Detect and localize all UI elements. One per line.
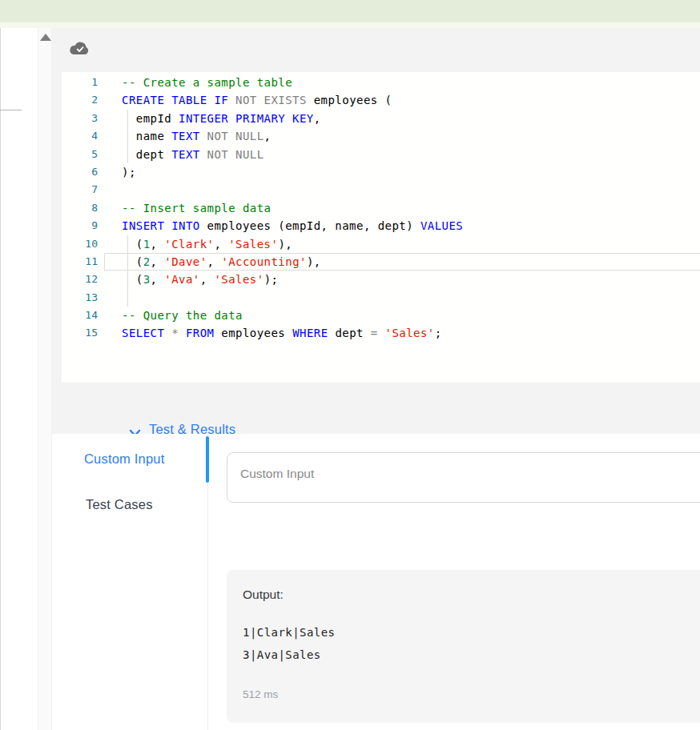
- code-line-text: (1, 'Clark', 'Sales'),: [122, 235, 292, 253]
- output-label: Output:: [243, 588, 284, 602]
- code-line-text: (3, 'Ava', 'Sales');: [122, 271, 278, 288]
- collapse-triangle-icon[interactable]: [40, 34, 51, 41]
- code-line-text: -- Query the data: [122, 307, 243, 324]
- line-number: 8: [62, 199, 98, 217]
- code-line: 2CREATE TABLE IF NOT EXISTS employees (: [62, 91, 700, 109]
- code-line-text: INSERT INTO employees (empId, name, dept…: [122, 217, 463, 235]
- code-line: 10 (1, 'Clark', 'Sales'),: [62, 235, 700, 253]
- autosave-cloud-check-icon: [68, 41, 91, 57]
- runtime-label: 512 ms: [243, 688, 278, 700]
- output-panel: Output: 1|Clark|Sales3|Ava|Sales 512 ms: [227, 570, 700, 723]
- code-line: 4 name TEXT NOT NULL,: [62, 127, 700, 145]
- indent-guide: [127, 110, 128, 163]
- left-panel-divider: [0, 110, 22, 110]
- code-line-text: empId INTEGER PRIMARY KEY,: [122, 110, 321, 127]
- active-tab-indicator: [206, 436, 209, 483]
- secondary-strip: [0, 22, 700, 28]
- code-line: 6);: [62, 163, 700, 181]
- line-number: 15: [62, 324, 98, 342]
- output-line: 3|Ava|Sales: [243, 644, 335, 666]
- top-bar: [0, 0, 700, 22]
- code-line: 7: [62, 181, 700, 199]
- line-number: 2: [62, 91, 98, 109]
- tab-test-cases[interactable]: Test Cases: [86, 497, 153, 512]
- left-panel-edge: [0, 28, 1, 730]
- code-line: 11 (2, 'Dave', 'Accounting'),: [62, 253, 700, 271]
- code-line: 12 (3, 'Ava', 'Sales');: [62, 271, 700, 288]
- line-number: 10: [62, 235, 98, 253]
- code-line-text: );: [122, 163, 136, 181]
- output-lines: 1|Clark|Sales3|Ava|Sales: [243, 621, 335, 666]
- code-line: 1-- Create a sample table: [62, 74, 700, 91]
- results-panel: Custom Input Test Cases Output: 1|Clark|…: [52, 434, 700, 730]
- indent-guide: [127, 235, 128, 307]
- code-line-text: dept TEXT NOT NULL: [122, 146, 264, 163]
- tab-custom-input[interactable]: Custom Input: [84, 451, 165, 467]
- left-panel: [0, 28, 38, 730]
- code-line: 5 dept TEXT NOT NULL: [62, 146, 700, 163]
- code-line: 3 empId INTEGER PRIMARY KEY,: [62, 110, 700, 127]
- panel-collapse-strip[interactable]: [38, 28, 52, 730]
- line-number: 3: [62, 110, 98, 127]
- custom-input-textarea[interactable]: [227, 452, 700, 503]
- code-lines: 1-- Create a sample table2CREATE TABLE I…: [62, 74, 700, 343]
- output-line: 1|Clark|Sales: [243, 621, 335, 644]
- code-line: 8-- Insert sample data: [62, 199, 700, 217]
- code-line-text: -- Create a sample table: [122, 74, 292, 91]
- app-screen: 1-- Create a sample table2CREATE TABLE I…: [0, 0, 700, 730]
- code-line: 15SELECT * FROM employees WHERE dept = '…: [62, 324, 700, 342]
- editor-panel: 1-- Create a sample table2CREATE TABLE I…: [52, 28, 700, 434]
- code-editor[interactable]: 1-- Create a sample table2CREATE TABLE I…: [62, 72, 700, 383]
- line-number: 4: [62, 127, 98, 145]
- line-number: 12: [62, 271, 98, 288]
- code-line-text: (2, 'Dave', 'Accounting'),: [122, 253, 321, 271]
- code-line-text: name TEXT NOT NULL,: [122, 127, 271, 145]
- line-number: 1: [62, 74, 98, 91]
- code-line: 13: [62, 289, 700, 307]
- code-line: 9INSERT INTO employees (empId, name, dep…: [62, 217, 700, 235]
- code-line-text: CREATE TABLE IF NOT EXISTS employees (: [122, 91, 392, 109]
- line-number: 14: [62, 307, 98, 324]
- line-number: 9: [62, 217, 98, 235]
- line-number: 11: [62, 253, 98, 271]
- line-number: 6: [62, 163, 98, 181]
- code-line: 14-- Query the data: [62, 307, 700, 324]
- code-line-text: -- Insert sample data: [122, 199, 271, 217]
- line-number: 5: [62, 146, 98, 163]
- line-number: 7: [62, 181, 98, 199]
- line-number: 13: [62, 289, 98, 307]
- code-line-text: SELECT * FROM employees WHERE dept = 'Sa…: [122, 324, 442, 342]
